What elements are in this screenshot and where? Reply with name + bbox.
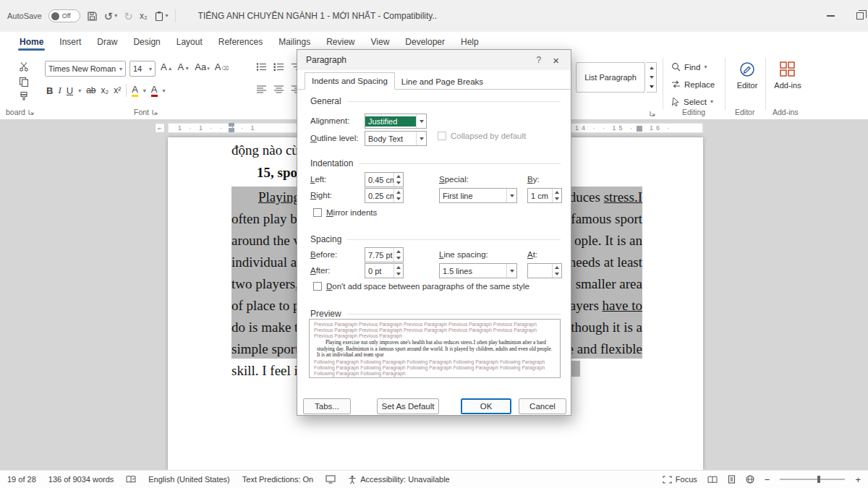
checkbox-icon[interactable] (313, 208, 322, 217)
ribbon-tab-home[interactable]: Home (12, 33, 51, 51)
cancel-button[interactable]: Cancel (519, 398, 566, 414)
bold-button[interactable]: B (46, 85, 53, 96)
chevron-down-icon[interactable] (506, 264, 516, 278)
spin-down-icon[interactable] (394, 255, 403, 262)
find-button[interactable]: Find ▾ (671, 62, 707, 72)
ribbon-tab-layout[interactable]: Layout (169, 33, 210, 51)
change-case-button[interactable]: Aa▾ (195, 61, 209, 72)
help-icon[interactable]: ? (528, 55, 550, 65)
paste-qat-button[interactable]: ▾ (154, 11, 169, 22)
spin-up-icon[interactable] (394, 173, 403, 180)
align-left-button[interactable] (256, 84, 267, 94)
outline-level-combo[interactable]: Body Text (365, 131, 427, 146)
before-spacing-spinner[interactable]: 7.75 pt (365, 247, 404, 262)
checkbox-icon[interactable] (313, 282, 322, 291)
spin-down-icon[interactable] (394, 196, 403, 203)
ok-button[interactable]: OK (461, 398, 511, 414)
ribbon-tab-mailings[interactable]: Mailings (271, 33, 318, 51)
paragraph-dialog[interactable]: Paragraph ? × Indents and Spacing Line a… (297, 49, 571, 416)
proofing-errors-button[interactable] (126, 475, 136, 484)
numbering-button[interactable] (273, 61, 284, 72)
document-title[interactable]: TIẾNG ANH CHUYÊN NGÀNH 1 - MỚI NHẤT - Co… (198, 11, 437, 21)
accessibility-status[interactable]: Accessibility: Unavailable (348, 475, 450, 484)
font-name-combo[interactable]: Times New Roman ▾ (45, 61, 126, 77)
line-spacing-combo[interactable]: 1.5 lines (439, 263, 517, 278)
web-layout-view-button[interactable] (746, 475, 754, 484)
autosave-toggle[interactable]: Off (48, 9, 80, 22)
style-scroll-up[interactable] (647, 63, 656, 72)
align-center-button[interactable] (273, 84, 284, 94)
subscript-button[interactable]: x₂ (101, 85, 109, 95)
clear-formatting-button[interactable]: A⌫ (215, 61, 229, 72)
bullets-button[interactable] (256, 61, 267, 72)
zoom-out-button[interactable]: − (765, 474, 770, 485)
ribbon-tab-insert[interactable]: Insert (51, 33, 89, 51)
ribbon-tab-draw[interactable]: Draw (89, 33, 125, 51)
strikethrough-button[interactable]: ab (86, 85, 95, 95)
ribbon-tab-view[interactable]: View (363, 33, 398, 51)
alignment-combo[interactable]: Justified (365, 114, 427, 129)
dialog-launcher-icon[interactable] (28, 109, 34, 115)
first-line-indent-marker[interactable] (229, 123, 234, 127)
at-spinner[interactable] (527, 263, 562, 278)
zoom-slider[interactable] (780, 479, 845, 480)
restore-window-icon[interactable] (856, 12, 864, 20)
editor-button[interactable]: Editor (732, 61, 762, 90)
text-highlight-color-button[interactable]: A (132, 84, 138, 97)
spin-down-icon[interactable] (394, 180, 403, 187)
set-as-default-button[interactable]: Set As Default (377, 398, 439, 414)
format-painter-button[interactable] (19, 91, 29, 102)
by-spinner[interactable]: 1 cm (527, 188, 562, 203)
chevron-down-icon[interactable]: ▾ (163, 87, 166, 94)
text-predictions-toggle[interactable]: Text Predictions: On (242, 475, 313, 484)
shrink-font-button[interactable]: A▼ (178, 61, 190, 72)
underline-button[interactable]: U (67, 85, 73, 96)
ribbon-tab-review[interactable]: Review (318, 33, 362, 51)
add-ins-button[interactable]: Add-ins (771, 61, 804, 90)
mirror-indents-checkbox[interactable]: Mirror indents (313, 208, 377, 217)
no-space-same-style-checkbox[interactable]: Don't add space between paragraphs of th… (313, 282, 529, 291)
spin-up-icon[interactable] (394, 189, 403, 196)
minimize-icon[interactable] (827, 15, 835, 17)
chevron-down-icon[interactable] (416, 132, 426, 145)
undo-button[interactable]: ↺▾ (104, 11, 118, 22)
ribbon-tab-design[interactable]: Design (125, 33, 168, 51)
spinner-arrows[interactable] (393, 189, 403, 202)
zoom-slider-thumb[interactable] (817, 476, 820, 483)
tab-selector[interactable]: ⌐ (155, 123, 165, 133)
read-mode-view-button[interactable] (707, 476, 718, 484)
spin-down-icon[interactable] (394, 271, 403, 278)
spin-up-icon[interactable] (394, 248, 403, 255)
spin-up-icon[interactable] (394, 264, 403, 271)
spinner-arrows[interactable] (552, 264, 561, 278)
cut-button[interactable] (19, 61, 29, 72)
focus-mode-button[interactable]: Focus (663, 475, 697, 484)
replace-button[interactable]: Replace (671, 80, 715, 89)
close-icon[interactable]: × (550, 54, 562, 67)
chevron-down-icon[interactable] (506, 189, 516, 202)
tab-indents-and-spacing[interactable]: Indents and Spacing (305, 72, 395, 90)
word-count[interactable]: 136 of 9034 words (48, 475, 114, 484)
dialog-launcher-icon[interactable] (650, 111, 655, 116)
chevron-down-icon[interactable]: ▾ (143, 87, 146, 94)
spinner-arrows[interactable] (393, 173, 403, 187)
copy-button[interactable] (19, 76, 29, 87)
spinner-arrows[interactable] (393, 248, 403, 262)
grow-font-button[interactable]: A▲ (161, 61, 173, 72)
spin-down-icon[interactable] (553, 196, 561, 203)
display-settings-button[interactable] (326, 475, 336, 484)
select-button[interactable]: Select ▾ (671, 97, 713, 106)
style-list-paragraph[interactable]: List Paragraph (576, 62, 645, 93)
redo-button[interactable]: ↻ (124, 11, 133, 22)
spin-down-icon[interactable] (553, 271, 561, 278)
left-indent-marker[interactable] (229, 128, 234, 132)
right-indent-spinner[interactable]: 0.25 cm (365, 188, 404, 203)
italic-button[interactable]: I (58, 85, 61, 96)
spinner-arrows[interactable] (552, 189, 561, 202)
chevron-down-icon[interactable] (416, 114, 426, 128)
special-combo[interactable]: First line (439, 188, 517, 203)
after-spacing-spinner[interactable]: 0 pt (365, 263, 404, 278)
spin-up-icon[interactable] (553, 189, 561, 196)
tabs-button[interactable]: Tabs... (303, 398, 351, 414)
font-size-combo[interactable]: 14 ▾ (129, 61, 156, 77)
